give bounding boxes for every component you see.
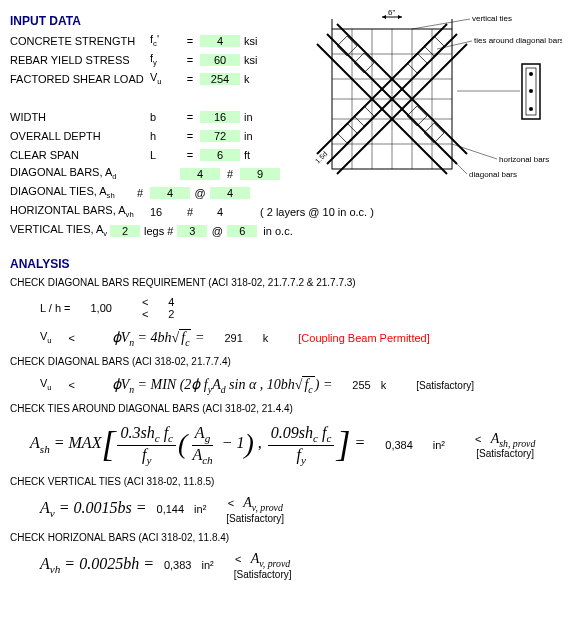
rebar-yield-label: REBAR YIELD STRESS [10, 54, 150, 66]
svg-line-37 [412, 19, 470, 29]
vert-ties-size[interactable]: 3 [177, 225, 207, 237]
span-label: CLEAR SPAN [10, 149, 150, 161]
hash-symbol: # [220, 168, 240, 180]
legs-text: legs # [140, 225, 177, 237]
vu-label: Vu [40, 330, 52, 345]
at-symbol: @ [207, 225, 227, 237]
b-symbol: b [150, 111, 180, 123]
vert-ties-legs[interactable]: 2 [110, 225, 140, 237]
vert-ties-label: VERTICAL TIES, Av [10, 223, 110, 238]
check5-row: Avh = 0.0025bh = 0,383 in² < Av, provd [… [10, 551, 562, 580]
fc-unit: ksi [240, 35, 274, 47]
diag-bars-label: DIAGONAL BARS, Ad [10, 166, 150, 181]
input-data-section: INPUT DATA [10, 14, 562, 240]
check1-result: 291 [224, 332, 242, 344]
horiz-bars-label: HORIZONTAL BARS, Avh [10, 204, 150, 219]
check5-result: 0,383 [164, 559, 192, 571]
check3-note: [Satisfactory] [476, 448, 534, 459]
check5-note: [Satisfactory] [234, 569, 292, 580]
fc-value[interactable]: 4 [200, 35, 240, 47]
coupling-beam-diagram: 6" 1.5d vertical ties ties around diagon… [302, 9, 562, 209]
b-value[interactable]: 16 [200, 111, 240, 123]
L-unit: ft [240, 149, 274, 161]
lim2: 2 [168, 308, 174, 320]
svg-line-41 [452, 144, 497, 159]
svg-rect-24 [407, 53, 427, 73]
svg-point-31 [529, 107, 533, 111]
fc-symbol: fc' [150, 33, 180, 48]
vert-ties-note: in o.c. [257, 225, 292, 237]
svg-rect-23 [424, 36, 444, 56]
check3-unit: in² [433, 439, 445, 451]
svg-text:6": 6" [388, 9, 395, 17]
vert-ties-spacing[interactable]: 6 [227, 225, 257, 237]
svg-point-30 [529, 89, 533, 93]
check1-vu-row: Vu < ϕVn = 4bhfc = 291 k [Coupling Beam … [10, 328, 562, 348]
diag-ties-size[interactable]: 4 [150, 187, 190, 199]
svg-rect-25 [354, 106, 374, 126]
concrete-strength-label: CONCRETE STRENGTH [10, 35, 150, 47]
check1-lh-row: L / h = 1,00 < < 4 2 [10, 296, 562, 320]
at-symbol: @ [190, 187, 210, 199]
vu-symbol: Vu [150, 71, 180, 86]
svg-text:ties around diagonal bars: ties around diagonal bars [474, 36, 562, 45]
svg-text:diagonal bars: diagonal bars [469, 170, 517, 179]
svg-line-43 [452, 159, 467, 174]
row-vert-ties: VERTICAL TIES, Av 2 legs # 3 @ 6 in o.c. [10, 222, 562, 240]
check1-title: CHECK DIAGONAL BARS REQUIREMENT (ACI 318… [10, 277, 562, 288]
check1-unit: k [263, 332, 269, 344]
svg-text:vertical ties: vertical ties [472, 14, 512, 23]
h-unit: in [240, 130, 274, 142]
check2-unit: k [381, 379, 387, 391]
svg-text:horizonal bars: horizonal bars [499, 155, 549, 164]
h-symbol: h [150, 130, 180, 142]
diag-ties-label: DIAGONAL TIES, Ash [10, 185, 130, 200]
lim1: 4 [168, 296, 174, 308]
check2-row: Vu < ϕVn = MIN (2ϕ fyAd sin α , 10bhfc) … [10, 375, 562, 395]
lh-label: L / h = [40, 302, 70, 314]
hash-symbol: # [180, 206, 200, 218]
b-unit: in [240, 111, 274, 123]
check5-formula: Avh = 0.0025bh = [40, 555, 154, 575]
fy-symbol: fy [150, 52, 180, 67]
check4-formula: Av = 0.0015bs = [40, 499, 147, 519]
check1-formula: ϕVn = 4bhfc = [112, 329, 205, 348]
horiz-bars-count: 16 [150, 206, 180, 218]
analysis-title: ANALYSIS [10, 257, 562, 271]
vu-unit: k [240, 73, 274, 85]
horiz-bars-size: 4 [200, 206, 240, 218]
diag-bars-count[interactable]: 4 [180, 168, 220, 180]
check4-unit: in² [194, 503, 206, 515]
check3-formula: Ash = MAX[0.3shc fcfy(AgAch − 1) , 0.09s… [30, 424, 365, 465]
fy-value[interactable]: 60 [200, 54, 240, 66]
svg-text:1.5d: 1.5d [314, 150, 329, 165]
check3-row: Ash = MAX[0.3shc fcfy(AgAch − 1) , 0.09s… [10, 422, 562, 468]
lh-value: 1,00 [90, 302, 111, 314]
L-value[interactable]: 6 [200, 149, 240, 161]
check5-unit: in² [201, 559, 213, 571]
vu-value[interactable]: 254 [200, 73, 240, 85]
check2-result: 255 [352, 379, 370, 391]
L-symbol: L [150, 149, 180, 161]
factored-shear-label: FACTORED SHEAR LOAD [10, 73, 150, 85]
diag-ties-spacing[interactable]: 4 [210, 187, 250, 199]
svg-rect-26 [337, 123, 357, 143]
check5-title: CHECK HORIZONAL BARS (ACI 318-02, 11.8.4… [10, 532, 562, 543]
hash-symbol: # [130, 187, 150, 199]
width-label: WIDTH [10, 111, 150, 123]
svg-point-29 [529, 72, 533, 76]
check3-title: CHECK TIES AROUND DIAGONAL BARS (ACI 318… [10, 403, 562, 414]
equals: = [180, 35, 200, 47]
vu-label: Vu [40, 377, 52, 392]
check2-note: [Satisfactory] [416, 380, 474, 391]
svg-marker-34 [398, 15, 402, 19]
svg-marker-33 [382, 15, 386, 19]
h-value[interactable]: 72 [200, 130, 240, 142]
diag-bars-size[interactable]: 9 [240, 168, 280, 180]
check2-title: CHECK DIAGONAL BARS (ACI 318-02, 21.7.7.… [10, 356, 562, 367]
check4-note: [Satisfactory] [226, 513, 284, 524]
check3-result: 0,384 [385, 439, 413, 451]
check1-note: [Coupling Beam Permitted] [298, 332, 429, 344]
depth-label: OVERALL DEPTH [10, 130, 150, 142]
check2-formula: ϕVn = MIN (2ϕ fyAd sin α , 10bhfc) = [112, 376, 333, 395]
